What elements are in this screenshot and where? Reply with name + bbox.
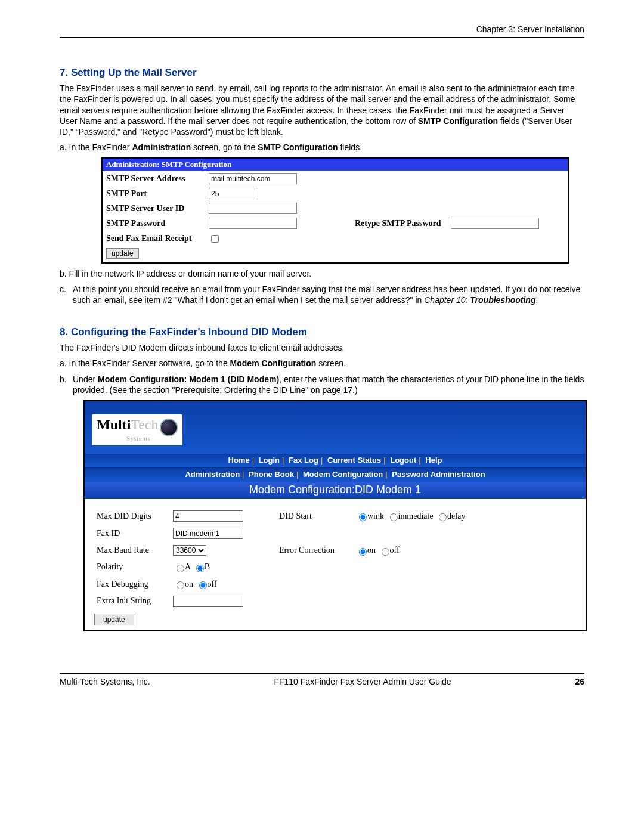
err-on-radio[interactable] bbox=[359, 548, 367, 556]
smtp-port-input[interactable] bbox=[209, 188, 255, 199]
nav-modem-config[interactable]: Modem Configuration bbox=[303, 470, 383, 479]
nav-faxlog[interactable]: Fax Log bbox=[289, 456, 318, 465]
polarity-a-radio[interactable] bbox=[177, 565, 184, 572]
logo-globe-icon bbox=[160, 419, 178, 436]
section-7-step-c: c. At this point you should receive an e… bbox=[60, 284, 584, 305]
debug-off-radio[interactable] bbox=[199, 581, 207, 589]
nav-current-status[interactable]: Current Status bbox=[327, 456, 381, 465]
nav-administration[interactable]: Administration bbox=[185, 470, 240, 479]
chapter-label: Chapter 3: Server Installation bbox=[476, 24, 584, 34]
did-start-label: DID Start bbox=[277, 507, 353, 525]
smtp-retype-input[interactable] bbox=[451, 218, 539, 229]
modem-form: Max DID Digits DID Start wink immediate … bbox=[85, 499, 586, 630]
err-off-radio[interactable] bbox=[382, 548, 389, 556]
smtp-receipt-checkbox[interactable] bbox=[211, 235, 219, 243]
footer-page-number: 26 bbox=[575, 676, 584, 687]
section-7-step-a: a. In the FaxFinder Administration scree… bbox=[60, 142, 584, 153]
page-footer: Multi-Tech Systems, Inc. FF110 FaxFinder… bbox=[60, 673, 584, 687]
footer-company: Multi-Tech Systems, Inc. bbox=[60, 676, 150, 687]
fax-debugging-label: Fax Debugging bbox=[94, 576, 171, 593]
extra-init-input[interactable] bbox=[173, 596, 243, 607]
modem-nav-row-1: Home| Login| Fax Log| Current Status| Lo… bbox=[85, 454, 586, 468]
page-header: Chapter 3: Server Installation bbox=[60, 24, 584, 38]
modem-banner: MultiTech Systems bbox=[85, 401, 586, 454]
smtp-userid-label: SMTP Server User ID bbox=[103, 201, 205, 216]
multitech-logo: MultiTech Systems bbox=[92, 414, 182, 445]
nav-login[interactable]: Login bbox=[259, 456, 280, 465]
smtp-userid-input[interactable] bbox=[209, 203, 297, 214]
error-correction-label: Error Correction bbox=[277, 542, 353, 559]
polarity-label: Polarity bbox=[94, 559, 171, 575]
polarity-b-radio[interactable] bbox=[196, 565, 204, 572]
fax-id-input[interactable] bbox=[173, 528, 243, 539]
section-8-intro: The FaxFinder's DID Modem directs inboun… bbox=[60, 342, 584, 353]
modem-config-screenshot: MultiTech Systems Home| Login| Fax Log| … bbox=[83, 400, 587, 631]
modem-section-title: Modem Configuration:DID Modem 1 bbox=[85, 482, 586, 499]
section-7-step-b: b. Fill in the network IP address or dom… bbox=[60, 268, 584, 279]
section-8-step-a: a. In the FaxFinder Server software, go … bbox=[60, 358, 584, 368]
did-start-options: wink immediate delay bbox=[353, 507, 576, 525]
smtp-config-screenshot: Administration: SMTP Configuration SMTP … bbox=[101, 157, 569, 263]
did-start-delay-radio[interactable] bbox=[439, 513, 447, 521]
nav-help[interactable]: Help bbox=[425, 456, 442, 465]
smtp-receipt-label: Send Fax Email Receipt bbox=[103, 231, 205, 246]
smtp-port-label: SMTP Port bbox=[103, 186, 205, 201]
section-7-intro: The FaxFinder uses a mail server to send… bbox=[60, 83, 584, 137]
smtp-update-button[interactable]: update bbox=[106, 248, 139, 259]
did-start-immediate-radio[interactable] bbox=[390, 513, 398, 521]
section-7-title: 7. Setting Up the Mail Server bbox=[60, 66, 584, 79]
max-baud-select[interactable]: 33600 bbox=[173, 545, 206, 556]
nav-phonebook[interactable]: Phone Book bbox=[249, 470, 294, 479]
debug-on-radio[interactable] bbox=[177, 581, 184, 589]
nav-home[interactable]: Home bbox=[228, 456, 250, 465]
smtp-password-label: SMTP Password bbox=[103, 216, 205, 231]
smtp-server-address-input[interactable] bbox=[209, 173, 297, 184]
modem-update-button[interactable]: update bbox=[94, 614, 134, 625]
modem-nav-row-2: Administration| Phone Book| Modem Config… bbox=[85, 468, 586, 482]
max-did-digits-input[interactable] bbox=[173, 510, 243, 522]
fax-id-label: Fax ID bbox=[94, 525, 171, 542]
did-start-wink-radio[interactable] bbox=[359, 513, 367, 521]
section-8-step-b: b. Under Modem Configuration: Modem 1 (D… bbox=[60, 374, 584, 395]
smtp-header: Administration: SMTP Configuration bbox=[103, 159, 568, 171]
smtp-password-input[interactable] bbox=[209, 218, 297, 229]
max-baud-label: Max Baud Rate bbox=[94, 542, 171, 559]
nav-password-admin[interactable]: Password Administration bbox=[392, 470, 485, 479]
smtp-server-address-label: SMTP Server Address bbox=[103, 171, 205, 186]
smtp-retype-label: Retype SMTP Password bbox=[326, 216, 447, 231]
extra-init-label: Extra Init String bbox=[94, 593, 171, 610]
nav-logout[interactable]: Logout bbox=[390, 456, 416, 465]
footer-title: FF110 FaxFinder Fax Server Admin User Gu… bbox=[274, 676, 451, 687]
section-8-title: 8. Configuring the FaxFinder's Inbound D… bbox=[60, 326, 584, 339]
max-did-digits-label: Max DID Digits bbox=[94, 507, 171, 525]
